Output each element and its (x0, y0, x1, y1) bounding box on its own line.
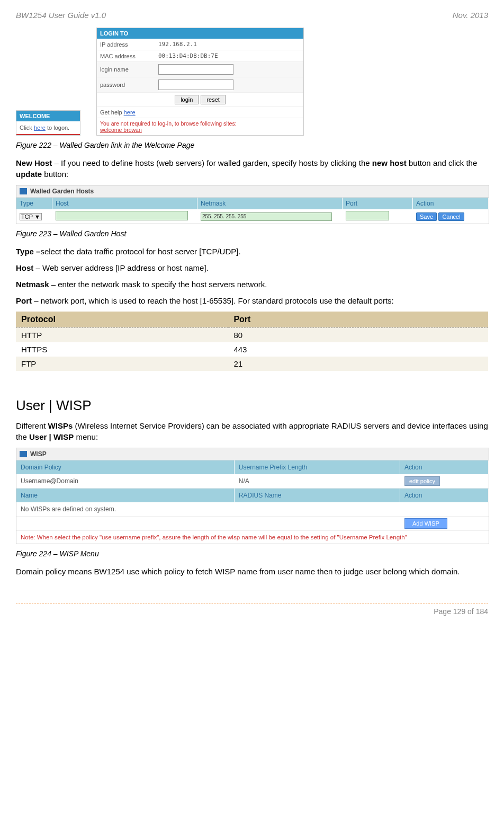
port-t: – network port, which is used to reach t… (32, 296, 394, 305)
nh-t1: – If you need to define hosts (web serve… (52, 158, 372, 167)
wisp-h1-c1: Domain Policy (16, 460, 235, 474)
panel-icon (20, 188, 27, 194)
new-host-paragraph: New Host – If you need to define hosts (… (16, 157, 488, 180)
page-footer: Page 129 of 184 (16, 603, 488, 616)
ip-label: IP address (100, 41, 158, 48)
domain-policy-paragraph: Domain policy means BW1254 use which pol… (16, 566, 488, 577)
login-name-label: login name (100, 66, 158, 73)
cell-proto: HTTP (16, 328, 228, 343)
wg-col-action: Action (413, 198, 489, 209)
wg-col-netmask: Netmask (197, 198, 343, 209)
login-panel-title: LOGIN TO (97, 28, 303, 39)
figure-222-caption: Figure 222 – Walled Garden link in the W… (16, 141, 488, 149)
login-button[interactable]: login (175, 95, 199, 104)
wisp-note: Note: When select the policy "use userna… (16, 531, 489, 544)
wisp-panel-title: WISP (30, 450, 47, 458)
login-name-input[interactable] (158, 64, 233, 75)
wisp-empty-row: No WISPs are defined on system. (16, 502, 489, 517)
figure-224-caption: Figure 224 – WISP Menu (16, 549, 488, 558)
add-wisp-button[interactable]: Add WISP (404, 518, 447, 529)
nh-t3: button: (42, 170, 68, 179)
cell-proto: HTTPS (16, 342, 228, 357)
wg-panel-title: Walled Garden Hosts (30, 188, 94, 195)
wisp-h2-c3: Action (400, 489, 489, 502)
host-paragraph: Host – Web server address [IP address or… (16, 262, 488, 273)
type-b: Type – (16, 247, 40, 256)
protocol-port-table: Protocol Port HTTP 80 HTTPS 443 FTP 21 (16, 312, 488, 371)
wg-data-row: TCP▼ 255. 255. 255. 255 Save Cancel (16, 209, 489, 224)
th-protocol: Protocol (16, 312, 228, 327)
password-input[interactable] (158, 79, 233, 90)
header-left: BW1254 User Guide v1.0 (16, 11, 106, 20)
welcome-panel-body: Click here to logon. (16, 121, 80, 135)
note-text: You are not required to log-in, to brows… (100, 120, 237, 127)
page-header: BW1254 User Guide v1.0 Nov. 2013 (16, 11, 488, 20)
walled-garden-hosts-panel: Walled Garden Hosts Type Host Netmask Po… (16, 185, 489, 224)
wp5: menu: (74, 432, 98, 441)
wg-col-host: Host (52, 198, 197, 209)
note-link[interactable]: welcome browan (100, 127, 142, 133)
welcome-body-prefix: Click (20, 125, 34, 131)
wisp-empty-text: No WISPs are defined on system. (16, 502, 489, 516)
wisp-h2-c1: Name (16, 489, 235, 502)
table-row: HTTP 80 (16, 328, 488, 343)
nh-b3: update (16, 170, 42, 179)
netmask-paragraph: Netmask – enter the network mask to spec… (16, 279, 488, 290)
table-row: FTP 21 (16, 357, 488, 371)
figure-223-caption: Figure 223 – Walled Garden Host (16, 229, 488, 238)
cancel-button[interactable]: Cancel (438, 212, 464, 221)
nh-t2: button and click the (407, 158, 477, 167)
nh-b1: New Host (16, 158, 52, 167)
section-title: User | WISP (16, 397, 488, 414)
welcome-panel: WELCOME Click here to logon. (16, 110, 80, 136)
wisp-add-row: Add WISP (16, 517, 489, 531)
wg-col-type: Type (16, 198, 52, 209)
ip-value: 192.168.2.1 (158, 41, 197, 48)
table-row: HTTPS 443 (16, 342, 488, 357)
welcome-here-link[interactable]: here (34, 125, 46, 131)
help-link[interactable]: here (124, 109, 136, 116)
host-t: – Web server address [IP address or host… (33, 263, 208, 272)
cell-proto: FTP (16, 357, 228, 371)
wisp-d1-c2: N/A (235, 474, 400, 488)
mac-label: MAC address (100, 53, 158, 59)
wisp-header-row-1: Domain Policy Username Prefix Length Act… (16, 460, 489, 474)
type-paragraph: Type –select the data traffic protocol f… (16, 246, 488, 257)
footer-page: Page 129 of 184 (434, 607, 488, 616)
reset-button[interactable]: reset (201, 95, 225, 104)
wp4: User | WISP (29, 432, 74, 441)
cell-port: 21 (228, 357, 488, 371)
wisp-header-row-2: Name RADIUS Name Action (16, 489, 489, 502)
login-note: You are not required to log-in, to brows… (97, 118, 303, 135)
host-input[interactable] (56, 211, 188, 220)
save-button[interactable]: Save (416, 212, 437, 221)
nm-t: – enter the network mask to specify the … (49, 280, 267, 289)
panel-icon (20, 451, 27, 457)
netmask-input[interactable]: 255. 255. 255. 255 (201, 212, 332, 221)
type-dropdown[interactable]: TCP▼ (20, 213, 42, 220)
wisp-h1-c2: Username Prefix Length (235, 460, 400, 474)
type-t: select the data traffic protocol for hos… (40, 247, 240, 256)
nh-b2: new host (372, 158, 407, 167)
help-prefix: Get help (100, 109, 124, 116)
wisp-data-row-1: Username@Domain N/A edit policy (16, 474, 489, 489)
port-input[interactable] (346, 211, 389, 220)
port-paragraph: Port – network port, which is used to re… (16, 295, 488, 306)
cell-port: 80 (228, 328, 488, 343)
wisp-d1-c1: Username@Domain (16, 474, 235, 488)
figure-222-image: WELCOME Click here to logon. LOGIN TO IP… (16, 28, 488, 136)
wisp-h1-c3: Action (400, 460, 489, 474)
password-label: password (100, 82, 158, 88)
table-header: Protocol Port (16, 312, 488, 327)
wg-header-row: Type Host Netmask Port Action (16, 198, 489, 209)
edit-policy-button[interactable]: edit policy (404, 476, 440, 486)
chevron-down-icon: ▼ (34, 214, 40, 220)
welcome-panel-title: WELCOME (16, 111, 80, 121)
type-value: TCP (21, 214, 33, 220)
th-port: Port (228, 312, 488, 327)
wisp-panel: WISP Domain Policy Username Prefix Lengt… (16, 448, 489, 544)
login-help: Get help here (97, 106, 303, 118)
mac-value: 00:13:D4:D8:DB:7E (158, 52, 218, 59)
port-b: Port (16, 296, 32, 305)
wisp-intro-paragraph: Different WISPs (Wireless Internet Servi… (16, 420, 488, 442)
